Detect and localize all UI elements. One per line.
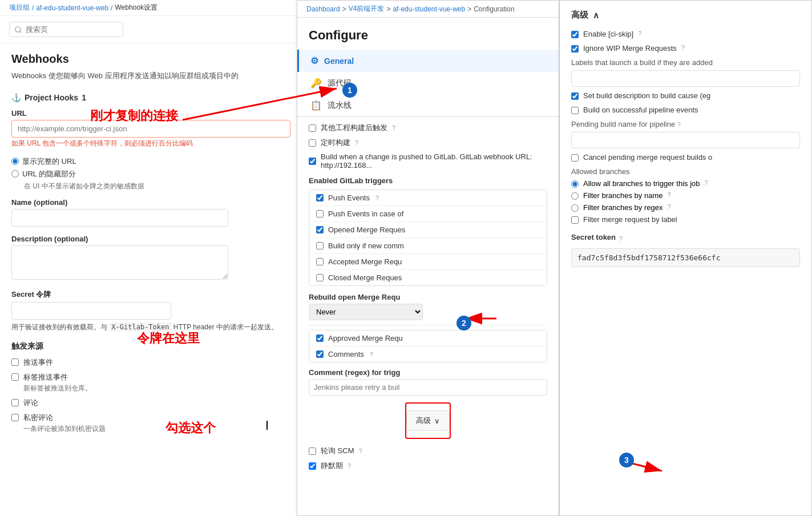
allow-all-radio[interactable] bbox=[571, 180, 579, 188]
nav-general[interactable]: ⚙ General bbox=[297, 50, 559, 72]
quiet-period-help[interactable]: ? bbox=[348, 462, 351, 469]
confidential-comments-hint: 一条评论被添加到机密议题 bbox=[23, 424, 106, 434]
webhooks-title: Webhooks bbox=[11, 53, 290, 66]
confidential-comments-checkbox[interactable] bbox=[11, 414, 19, 421]
secret-token-hint: 用于验证接收到的有效载荷。与 X-Gitlab-Token HTTP heade… bbox=[11, 322, 290, 332]
pending-build-text: Pending build name for pipeline bbox=[571, 120, 675, 128]
ignore-wip-help[interactable]: ? bbox=[681, 44, 685, 51]
set-build-desc-checkbox[interactable] bbox=[571, 92, 579, 100]
pending-build-help[interactable]: ? bbox=[677, 121, 681, 128]
poll-scm-checkbox[interactable] bbox=[309, 448, 316, 455]
gitlab-webhook-checkbox[interactable] bbox=[309, 158, 316, 165]
config-body: 其他工程构建后触发 ? 定时构建 ? Build when a change i… bbox=[297, 117, 559, 516]
accepted-merge-checkbox[interactable] bbox=[316, 258, 324, 265]
secret-token-help-icon[interactable]: ? bbox=[619, 235, 623, 242]
closed-merge-label: Closed Merge Reques bbox=[328, 273, 402, 282]
comments-checkbox[interactable] bbox=[11, 399, 19, 406]
opened-merge-checkbox[interactable] bbox=[316, 226, 324, 233]
right-panel: 高级 ∧ Enable [ci-skip] ? Ignore WIP Merge… bbox=[559, 0, 812, 516]
chevron-up-icon: ∧ bbox=[593, 10, 599, 21]
poll-scm-help[interactable]: ? bbox=[359, 448, 362, 454]
quiet-period-row: 静默期 ? bbox=[309, 461, 547, 471]
labels-input[interactable] bbox=[571, 70, 800, 87]
closed-merge-checkbox[interactable] bbox=[316, 274, 324, 281]
allow-all-help[interactable]: ? bbox=[705, 179, 708, 186]
secret-token-input[interactable] bbox=[11, 302, 171, 320]
cancel-pending-label: Cancel pending merge request builds o bbox=[583, 153, 712, 162]
timer-label: 定时构建 bbox=[321, 138, 350, 148]
left-panel: 项目组 / af-edu-student-vue-web / Webhook设置… bbox=[0, 0, 302, 516]
other-project-checkbox[interactable] bbox=[309, 124, 316, 132]
url-input[interactable] bbox=[11, 120, 290, 138]
search-bar bbox=[0, 16, 302, 43]
filter-by-name-help[interactable]: ? bbox=[667, 191, 670, 198]
build-triggers-section: 其他工程构建后触发 ? 定时构建 ? Build when a change i… bbox=[309, 123, 547, 170]
name-input[interactable] bbox=[11, 209, 228, 227]
filter-merge-label-row: Filter merge request by label bbox=[571, 215, 800, 224]
trigger-comments: 评论 bbox=[11, 398, 290, 408]
build-on-success-label: Build on successful pipeline events bbox=[583, 106, 698, 114]
secret-token-section: Secret token ? fad7c5f8d3f5bdf1758712f53… bbox=[571, 233, 800, 267]
config-topbar: Dashboard > V4前端开发 > af-edu-student-vue-… bbox=[297, 1, 559, 18]
breadcrumb-project[interactable]: af-edu-student-vue-web bbox=[36, 4, 108, 12]
filter-by-regex-help[interactable]: ? bbox=[667, 203, 670, 210]
timer-checkbox[interactable] bbox=[309, 139, 316, 147]
breadcrumb-group[interactable]: 项目组 bbox=[9, 3, 30, 13]
advanced-button[interactable]: 高级 ∨ bbox=[406, 410, 450, 431]
nav-pipeline-label: 流水线 bbox=[328, 100, 352, 111]
trigger-sources-title: 触发来源 bbox=[11, 341, 290, 352]
push-events-label: 推送事件 bbox=[23, 357, 53, 368]
ignore-wip-checkbox[interactable] bbox=[571, 45, 579, 53]
trigger-sources-section: 触发来源 推送事件 标签推送事件 新标签被推送到仓库。 bbox=[11, 341, 290, 434]
timer-help[interactable]: ? bbox=[355, 139, 358, 146]
tag-push-label: 标签推送事件 bbox=[23, 372, 92, 382]
build-only-label: Build only if new comm bbox=[328, 241, 404, 250]
rebuild-label: Rebuild open Merge Requ bbox=[309, 293, 547, 301]
set-build-desc-label: Set build description to build cause (eg bbox=[583, 91, 710, 100]
nav-pipeline[interactable]: 📋 流水线 bbox=[297, 94, 559, 116]
search-input[interactable] bbox=[9, 22, 123, 37]
masked-url-label: URL 的隐藏部分 bbox=[22, 169, 76, 179]
tag-push-checkbox[interactable] bbox=[11, 373, 19, 381]
build-only-checkbox[interactable] bbox=[316, 242, 324, 249]
dashboard-link[interactable]: Dashboard bbox=[306, 5, 340, 13]
quiet-period-checkbox[interactable] bbox=[309, 462, 316, 470]
other-project-help[interactable]: ? bbox=[392, 124, 395, 131]
enable-ciskip-help[interactable]: ? bbox=[638, 30, 641, 37]
confidential-comments-label: 私密评论 bbox=[23, 413, 106, 423]
push-events-trig-checkbox[interactable] bbox=[316, 194, 324, 201]
pending-build-input[interactable] bbox=[571, 132, 800, 148]
pipeline-icon: 📋 bbox=[310, 100, 322, 111]
approved-merge-checkbox[interactable] bbox=[316, 334, 324, 342]
enable-ciskip-checkbox[interactable] bbox=[571, 31, 579, 38]
project-hooks-header: ⚓ Project Hooks 1 bbox=[11, 93, 290, 102]
tag-push-hint: 新标签被推送到仓库。 bbox=[23, 384, 92, 393]
v4-link[interactable]: V4前端开发 bbox=[349, 4, 385, 14]
name-label: Name (optional) bbox=[11, 198, 290, 207]
project-link[interactable]: af-edu-student-vue-web bbox=[393, 5, 465, 13]
masked-url-radio[interactable] bbox=[11, 170, 19, 178]
filter-by-name-radio[interactable] bbox=[571, 192, 579, 200]
breadcrumb-sep2: / bbox=[111, 4, 112, 12]
secret-token-header-label: Secret token bbox=[571, 233, 616, 241]
description-input[interactable] bbox=[11, 245, 228, 280]
comments-trig-checkbox[interactable] bbox=[316, 350, 324, 358]
comments-trig-label: Comments bbox=[328, 350, 364, 358]
filter-merge-label-checkbox[interactable] bbox=[571, 216, 579, 224]
push-events-checkbox[interactable] bbox=[11, 358, 19, 366]
url-section: URL 如果 URL 包含一个或多个特殊字符，则必须进行百分比编码 bbox=[11, 109, 290, 148]
masked-url-hint: 在 UI 中不显示诸如令牌之类的敏感数据 bbox=[24, 182, 290, 191]
push-events-help[interactable]: ? bbox=[375, 195, 379, 201]
comments-help[interactable]: ? bbox=[370, 351, 373, 358]
full-url-radio[interactable] bbox=[11, 158, 19, 165]
build-on-success-checkbox[interactable] bbox=[571, 107, 579, 114]
rebuild-select[interactable]: Never bbox=[309, 304, 423, 320]
filter-by-regex-radio[interactable] bbox=[571, 204, 579, 212]
push-events-case-checkbox[interactable] bbox=[316, 210, 324, 217]
nav-source-code[interactable]: 🔑 源代码 bbox=[297, 72, 559, 94]
config-nav: ⚙ General 🔑 源代码 📋 流水线 bbox=[297, 50, 559, 117]
allow-all-row: Allow all branches to trigger this job ? bbox=[571, 179, 800, 188]
webhooks-desc: Webhooks 使您能够向 Web 应用程序发送通知以响应群组或项目中的 bbox=[11, 70, 290, 82]
comment-regex-input[interactable] bbox=[309, 379, 547, 396]
cancel-pending-checkbox[interactable] bbox=[571, 154, 579, 162]
